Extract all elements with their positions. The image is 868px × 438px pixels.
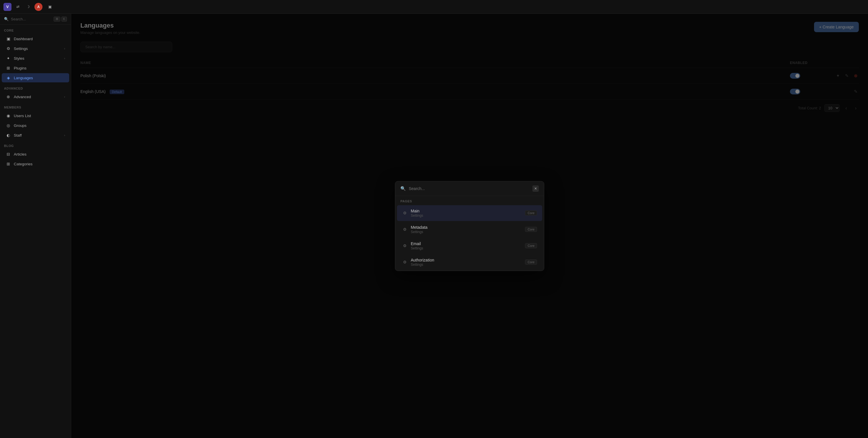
- modal-section-label: Pages: [395, 196, 544, 205]
- modal-item-email-settings[interactable]: ⚙ Email Settings Core: [397, 238, 542, 254]
- sidebar-item-label: Users List: [14, 114, 31, 118]
- modal-overlay[interactable]: 🔍 ✕ Pages ⚙ Main Settings Core: [71, 14, 868, 438]
- moon-icon: ☽: [26, 5, 30, 9]
- sidebar-item-dashboard[interactable]: ▣ Dashboard: [2, 34, 69, 43]
- search-icon: 🔍: [4, 17, 9, 21]
- section-core: Core: [0, 25, 71, 34]
- languages-icon: ◈: [6, 75, 11, 80]
- sidebar-item-label: Categories: [14, 162, 32, 166]
- categories-icon: ⊞: [6, 162, 11, 166]
- gear-icon: ⚙: [402, 227, 407, 231]
- sidebar-item-plugins[interactable]: ⊞ Plugins: [2, 63, 69, 73]
- modal-item-title: Metadata: [411, 225, 522, 230]
- modal-item-tag: Core: [525, 210, 537, 216]
- dashboard-icon: ▣: [6, 36, 11, 41]
- main-content: Languages Manage languages on your websi…: [71, 14, 868, 438]
- sidebar-item-label: Advanced: [14, 95, 31, 99]
- sidebar-item-users[interactable]: ◉ Users List: [2, 111, 69, 120]
- sidebar-search-label: Search...: [11, 17, 26, 21]
- groups-icon: ◎: [6, 123, 11, 128]
- articles-icon: ⊟: [6, 152, 11, 156]
- modal-search-bar: 🔍 ✕: [395, 181, 544, 196]
- plugins-icon: ⊞: [6, 66, 11, 70]
- section-blog: Blog: [0, 140, 71, 149]
- sidebar-item-label: Dashboard: [14, 37, 33, 41]
- sidebar-item-label: Groups: [14, 123, 26, 128]
- chevron-right-icon: ›: [64, 133, 65, 137]
- gear-icon: ⚙: [402, 211, 407, 215]
- sidebar-item-groups[interactable]: ◎ Groups: [2, 121, 69, 130]
- sidebar-item-advanced[interactable]: ⊗ Advanced ›: [2, 92, 69, 101]
- chevron-right-icon: ›: [64, 95, 65, 98]
- sidebar-item-settings[interactable]: ⚙ Settings ›: [2, 44, 69, 53]
- section-advanced: Advanced: [0, 83, 71, 92]
- chevron-right-icon: ›: [64, 57, 65, 60]
- sidebar-item-languages[interactable]: ◈ Languages: [2, 73, 69, 82]
- modal-close-btn[interactable]: ✕: [532, 185, 539, 192]
- modal-search-icon: 🔍: [400, 186, 406, 191]
- modal-item-tag: Core: [525, 259, 537, 264]
- translate-icon-btn[interactable]: ⇄: [14, 3, 22, 11]
- section-members: Members: [0, 102, 71, 111]
- modal-item-title: Authorization: [411, 258, 522, 262]
- gear-icon: ⚙: [402, 260, 407, 264]
- search-modal: 🔍 ✕ Pages ⚙ Main Settings Core: [395, 181, 544, 271]
- modal-item-main-settings[interactable]: ⚙ Main Settings Core: [397, 205, 542, 221]
- gear-icon: ⚙: [402, 243, 407, 248]
- app-logo[interactable]: V: [3, 3, 11, 11]
- modal-item-tag: Core: [525, 243, 537, 248]
- translate-icon: ⇄: [17, 5, 20, 9]
- sidebar-item-label: Staff: [14, 133, 22, 137]
- modal-item-title: Email: [411, 241, 522, 246]
- sidebar: 🔍 Search... ⌘ K Core ▣ Dashboard ⚙ Setti…: [0, 14, 71, 438]
- sidebar-item-label: Settings: [14, 46, 28, 51]
- dark-mode-btn[interactable]: ☽: [24, 3, 32, 11]
- sidebar-item-staff[interactable]: ◐ Staff ›: [2, 131, 69, 140]
- sidebar-item-label: Styles: [14, 56, 24, 61]
- sidebar-item-label: Articles: [14, 152, 26, 156]
- layout-icon: ▣: [48, 5, 52, 9]
- styles-icon: ✦: [6, 56, 11, 61]
- advanced-icon: ⊗: [6, 94, 11, 99]
- sidebar-item-label: Plugins: [14, 66, 26, 70]
- modal-item-tag: Core: [525, 227, 537, 232]
- modal-item-metadata-settings[interactable]: ⚙ Metadata Settings Core: [397, 222, 542, 238]
- sidebar-item-label: Languages: [14, 76, 33, 80]
- layout-toggle-btn[interactable]: ▣: [46, 3, 54, 11]
- search-shortcut: ⌘ K: [54, 17, 67, 22]
- modal-item-sub: Settings: [411, 230, 522, 234]
- avatar[interactable]: A: [34, 3, 42, 11]
- sidebar-item-categories[interactable]: ⊞ Categories: [2, 159, 69, 168]
- chevron-right-icon: ›: [64, 47, 65, 50]
- modal-search-input[interactable]: [409, 186, 530, 191]
- modal-item-sub: Settings: [411, 246, 522, 250]
- settings-icon: ⚙: [6, 46, 11, 51]
- modal-item-title: Main: [411, 209, 522, 213]
- modal-item-sub: Settings: [411, 214, 522, 218]
- sidebar-search[interactable]: 🔍 Search... ⌘ K: [0, 14, 71, 25]
- modal-item-sub: Settings: [411, 262, 522, 267]
- sidebar-item-articles[interactable]: ⊟ Articles: [2, 150, 69, 159]
- modal-item-authorization-settings[interactable]: ⚙ Authorization Settings Core: [397, 254, 542, 270]
- staff-icon: ◐: [6, 133, 11, 137]
- topbar: V ⇄ ☽ A ▣: [0, 0, 868, 14]
- users-icon: ◉: [6, 114, 11, 118]
- sidebar-item-styles[interactable]: ✦ Styles ›: [2, 54, 69, 63]
